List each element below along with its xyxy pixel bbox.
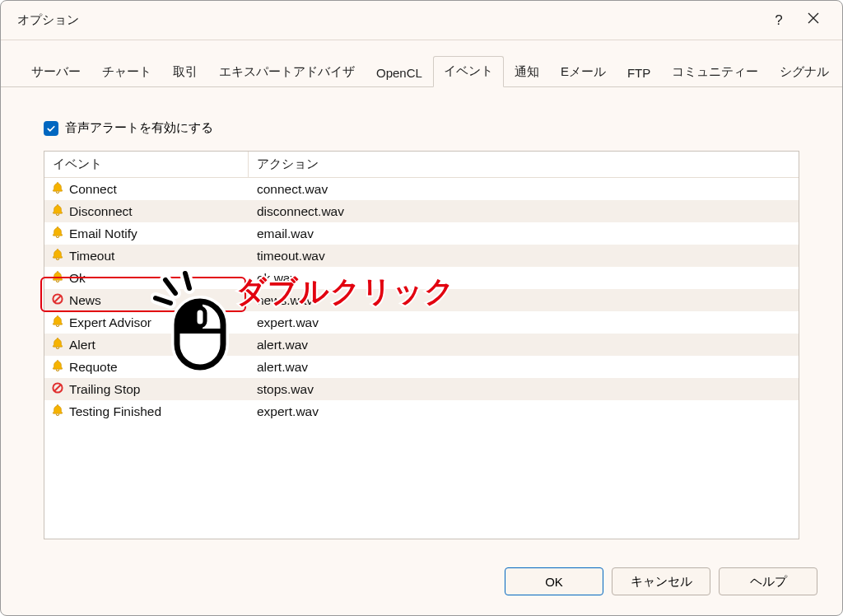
event-cell: Disconnect bbox=[44, 203, 249, 220]
event-cell: Email Notify bbox=[44, 226, 249, 242]
table-row[interactable]: Newsnews.wav bbox=[44, 289, 799, 311]
tab-7[interactable]: Eメール bbox=[550, 57, 617, 87]
event-cell: Ok bbox=[44, 270, 249, 287]
tab-9[interactable]: コミュニティー bbox=[661, 57, 769, 87]
table-row[interactable]: Timeouttimeout.wav bbox=[44, 245, 799, 267]
svg-line-1 bbox=[54, 296, 61, 302]
cancel-button[interactable]: キャンセル bbox=[612, 567, 710, 595]
action-cell[interactable]: connect.wav bbox=[249, 182, 799, 197]
tab-bar: サーバーチャート取引エキスパートアドバイザOpenCLイベント通知EメールFTP… bbox=[1, 40, 842, 87]
header-event[interactable]: イベント bbox=[44, 152, 249, 177]
event-label: Connect bbox=[69, 182, 117, 197]
tab-5[interactable]: イベント bbox=[433, 56, 504, 87]
forbid-icon[interactable] bbox=[51, 292, 64, 309]
bell-icon[interactable] bbox=[51, 248, 64, 264]
event-label: Disconnect bbox=[69, 204, 133, 219]
event-cell: Testing Finished bbox=[44, 404, 249, 420]
dialog-footer: OK キャンセル ヘルプ bbox=[1, 554, 842, 615]
action-cell[interactable]: stops.wav bbox=[249, 382, 799, 397]
event-cell: Timeout bbox=[44, 248, 249, 264]
svg-line-3 bbox=[54, 385, 61, 391]
event-cell: Connect bbox=[44, 181, 249, 198]
tab-0[interactable]: サーバー bbox=[21, 57, 91, 87]
bell-icon[interactable] bbox=[51, 404, 64, 420]
table-row[interactable]: Alertalert.wav bbox=[44, 334, 799, 356]
enable-sound-alerts-label: 音声アラートを有効にする bbox=[65, 120, 213, 136]
bell-icon[interactable] bbox=[51, 315, 64, 331]
close-icon bbox=[807, 12, 820, 25]
event-cell: Requote bbox=[44, 359, 249, 376]
tab-2[interactable]: 取引 bbox=[162, 57, 208, 87]
action-cell[interactable]: news.wav bbox=[249, 293, 799, 308]
event-cell: News bbox=[44, 292, 249, 309]
close-button[interactable] bbox=[796, 2, 831, 40]
bell-icon[interactable] bbox=[51, 337, 64, 353]
event-cell: Trailing Stop bbox=[44, 381, 249, 398]
table-row[interactable]: Disconnectdisconnect.wav bbox=[44, 200, 799, 222]
action-cell[interactable]: ok.wav bbox=[249, 271, 799, 286]
action-cell[interactable]: alert.wav bbox=[249, 360, 799, 375]
table-row[interactable]: Requotealert.wav bbox=[44, 356, 799, 378]
checkmark-icon bbox=[46, 124, 56, 133]
window-title: オプション bbox=[17, 12, 761, 28]
action-cell[interactable]: expert.wav bbox=[249, 315, 799, 330]
action-cell[interactable]: timeout.wav bbox=[249, 249, 799, 264]
enable-sound-alerts-row[interactable]: 音声アラートを有効にする bbox=[44, 120, 799, 136]
header-action[interactable]: アクション bbox=[249, 152, 799, 177]
ok-button[interactable]: OK bbox=[505, 567, 603, 595]
action-cell[interactable]: disconnect.wav bbox=[249, 204, 799, 219]
event-label: Expert Advisor bbox=[69, 315, 151, 330]
help-button[interactable]: ? bbox=[761, 2, 796, 40]
table-row[interactable]: Testing Finishedexpert.wav bbox=[44, 400, 799, 422]
table-row[interactable]: Connectconnect.wav bbox=[44, 178, 799, 200]
table-row[interactable]: Trailing Stopstops.wav bbox=[44, 378, 799, 400]
action-cell[interactable]: alert.wav bbox=[249, 338, 799, 352]
event-label: Testing Finished bbox=[69, 404, 161, 419]
table-row[interactable]: Email Notifyemail.wav bbox=[44, 222, 799, 245]
tab-4[interactable]: OpenCL bbox=[366, 58, 433, 87]
event-label: Requote bbox=[69, 360, 118, 375]
event-label: Email Notify bbox=[69, 226, 137, 241]
bell-icon[interactable] bbox=[51, 359, 64, 376]
events-table: イベント アクション Connectconnect.wavDisconnectd… bbox=[44, 151, 799, 539]
bell-icon[interactable] bbox=[51, 270, 64, 287]
event-cell: Expert Advisor bbox=[44, 315, 249, 331]
bell-icon[interactable] bbox=[51, 181, 64, 198]
enable-sound-alerts-checkbox[interactable] bbox=[44, 121, 58, 136]
action-cell[interactable]: expert.wav bbox=[249, 404, 799, 419]
tab-10[interactable]: シグナル bbox=[769, 57, 840, 87]
table-header: イベント アクション bbox=[44, 152, 799, 178]
event-label: Ok bbox=[69, 271, 86, 286]
titlebar: オプション ? bbox=[1, 1, 842, 40]
options-dialog: オプション ? サーバーチャート取引エキスパートアドバイザOpenCLイベント通… bbox=[0, 0, 843, 616]
help-button-footer[interactable]: ヘルプ bbox=[719, 567, 817, 595]
event-cell: Alert bbox=[44, 337, 249, 353]
table-row[interactable]: Okok.wav bbox=[44, 267, 799, 289]
tab-8[interactable]: FTP bbox=[617, 58, 661, 87]
tab-6[interactable]: 通知 bbox=[504, 57, 550, 87]
table-row[interactable]: Expert Advisorexpert.wav bbox=[44, 311, 799, 334]
forbid-icon[interactable] bbox=[51, 381, 64, 398]
event-label: Timeout bbox=[69, 249, 114, 264]
bell-icon[interactable] bbox=[51, 203, 64, 220]
event-label: Alert bbox=[69, 338, 95, 352]
event-label: News bbox=[69, 293, 101, 308]
tab-1[interactable]: チャート bbox=[91, 57, 162, 87]
event-label: Trailing Stop bbox=[69, 382, 140, 397]
table-body: Connectconnect.wavDisconnectdisconnect.w… bbox=[44, 178, 799, 539]
bell-icon[interactable] bbox=[51, 226, 64, 242]
tab-content: 音声アラートを有効にする イベント アクション Connectconnect.w… bbox=[1, 87, 842, 554]
tab-3[interactable]: エキスパートアドバイザ bbox=[208, 57, 366, 87]
action-cell[interactable]: email.wav bbox=[249, 226, 799, 241]
